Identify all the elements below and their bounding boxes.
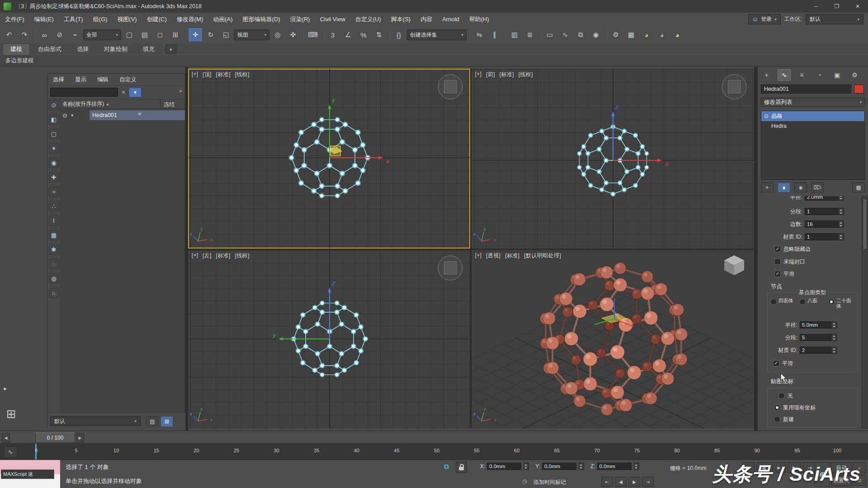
spinner-control[interactable] (831, 334, 837, 341)
viewport-menu-standard[interactable]: [标准] (505, 252, 519, 260)
visibility-eye-icon[interactable]: ⊙ (62, 112, 67, 119)
viewport-menu-standard[interactable]: [标准] (500, 71, 514, 79)
select-move-icon[interactable]: ✛ (188, 28, 203, 42)
axis-y-field[interactable]: 0.0mm (542, 463, 576, 470)
explorer-preset-dropdown[interactable]: 默认 ▾ (50, 416, 141, 426)
viewport-menu-standard[interactable]: [标准] (216, 71, 231, 79)
radius-field[interactable]: 2.0mm (805, 196, 838, 201)
viewport-menu-pov[interactable]: [顶] (203, 71, 211, 79)
filter-funnel-icon[interactable]: ▼ (129, 88, 142, 97)
reference-coordsys-dropdown[interactable]: 视图▾ (234, 29, 269, 40)
segments-field[interactable]: 1 (805, 208, 838, 215)
display-tab[interactable]: ▣ (830, 69, 844, 81)
make-unique-button[interactable]: ◈ (794, 183, 807, 192)
explorer-grid-view-button[interactable]: ⊞ (160, 416, 173, 427)
viewport-menu-pov[interactable]: [左] (203, 252, 211, 260)
explorer-object-list[interactable]: ⊙ ● Hedra001 ✳ (60, 109, 185, 413)
config-modifier-sets-button[interactable]: ▦ (852, 183, 865, 192)
key-back-button[interactable]: ◀ (615, 477, 627, 487)
ribbon-panel-label[interactable]: 多边形建模 (5, 57, 34, 65)
viewport-left-canvas[interactable]: zyxyz (188, 250, 470, 428)
ignore-hidden-edges-checkbox[interactable]: ✓ (774, 246, 781, 252)
modifier-list-dropdown[interactable]: 修改器列表 ▾ (761, 98, 865, 107)
curve-editor-icon[interactable]: ∿ (558, 28, 572, 42)
keyboard-override-icon[interactable]: ⌨ (306, 28, 320, 42)
redo-icon[interactable]: ↷ (17, 28, 32, 42)
explorer-search-input[interactable] (50, 88, 118, 97)
node-material-id-field[interactable]: 2 (800, 347, 831, 354)
viewport-menu-pov[interactable]: [前] (486, 71, 495, 79)
explorer-materials-filter-icon[interactable]: ◍ (49, 273, 59, 284)
menu-item-15[interactable]: 帮助(H) (464, 13, 494, 26)
viewport-front[interactable]: zxxyz [+] [前] [标准] [线框] (472, 69, 754, 249)
pivot-center-icon[interactable]: ◎ (270, 28, 285, 42)
material-id-field[interactable]: 1 (805, 233, 838, 240)
modify-tab[interactable]: ∿ (778, 69, 791, 81)
modifier-stack[interactable]: ⊙ 晶格 Hedra (761, 111, 865, 180)
viewport-menu-shading[interactable]: [线框] (235, 252, 250, 260)
menu-item-14[interactable]: Arnold (437, 13, 464, 26)
menu-item-5[interactable]: 创建(C) (142, 13, 172, 26)
viewport-left[interactable]: zyxyz [+] [左] [标准] [线框] (188, 250, 470, 428)
modifier-visibility-icon[interactable]: ⊙ (761, 113, 771, 119)
explorer-selection-sets-icon[interactable]: ⌂ (49, 288, 59, 298)
selection-filter-dropdown[interactable]: 全部▾ (83, 29, 121, 40)
modifier-hedra-row[interactable]: Hedra (761, 121, 864, 131)
snap-3d-icon[interactable]: 3 (326, 28, 340, 42)
rendered-frame-window-icon[interactable]: ▦ (624, 28, 638, 42)
spinner-control[interactable] (838, 221, 844, 228)
mini-curve-editor-button[interactable]: ∿ (4, 446, 17, 458)
explorer-menu-3[interactable]: 自定义 (114, 76, 142, 84)
menu-item-2[interactable]: 工具(T) (59, 13, 88, 26)
isolate-selection-icon[interactable]: ⧉ (444, 463, 449, 471)
named-sets-edit-icon[interactable]: {} (392, 28, 406, 42)
viewport-perspective-canvas[interactable]: xyz (472, 250, 754, 428)
align-icon[interactable]: ∥ (487, 28, 502, 42)
percent-snap-icon[interactable]: % (356, 28, 371, 42)
select-object-icon[interactable]: ▢ (122, 28, 137, 42)
select-by-name-icon[interactable]: ▤ (137, 28, 152, 42)
viewport-perspective[interactable]: xyz [+] [透视] [标准] [默认明暗处理] (472, 250, 754, 428)
explorer-cameras-filter-icon[interactable]: ◉ (49, 158, 59, 168)
spinner-control[interactable] (831, 321, 837, 328)
previous-key-button[interactable]: ⇤ (601, 477, 613, 487)
track-bar[interactable]: ∿ 05101520253035404550556065707580859095… (0, 443, 868, 460)
ribbon-tab-对象绘制[interactable]: 对象绘制 (97, 44, 135, 55)
menu-item-10[interactable]: Civil View (315, 13, 350, 26)
viewport-menu-shading[interactable]: [默认明暗处理] (524, 252, 561, 260)
smooth-struts-checkbox[interactable]: ✓ (774, 271, 781, 277)
explorer-lock-layout-button[interactable]: ▤ (146, 416, 159, 427)
frozen-column-header[interactable]: 冻结 (164, 101, 175, 108)
menu-item-1[interactable]: 编辑(E) (29, 13, 59, 26)
end-caps-checkbox[interactable] (774, 258, 781, 265)
base-type-octa-radio[interactable]: 八面 (799, 298, 826, 309)
mapping-new-radio[interactable] (774, 416, 780, 422)
axis-z-field[interactable]: 0.0mm (597, 463, 632, 470)
viewport-menu-pov[interactable]: [透视] (486, 252, 500, 260)
utilities-tab[interactable]: ⚙ (848, 69, 861, 81)
render-production-icon[interactable]: ◕ (639, 28, 654, 42)
sides-field[interactable]: 16 (805, 221, 838, 228)
ribbon-tab-填充[interactable]: 填充 (136, 44, 162, 55)
explorer-display-all-icon[interactable]: ⊙ (49, 100, 59, 110)
explorer-helpers-filter-icon[interactable]: ✚ (49, 172, 59, 183)
menu-item-4[interactable]: 视图(V) (112, 13, 142, 26)
select-rotate-icon[interactable]: ↻ (203, 28, 218, 42)
mapping-none-radio[interactable] (778, 393, 785, 399)
scene-explorer-toggle-icon[interactable]: ▥ (507, 28, 522, 42)
workspace-dropdown[interactable]: 默认 ▾ (806, 14, 863, 24)
explorer-spacewarps-filter-icon[interactable]: ≈ (49, 187, 59, 197)
spinner-control[interactable] (838, 196, 844, 201)
clear-search-icon[interactable]: ✕ (120, 89, 127, 96)
viewport-front-canvas[interactable]: zxxyz (472, 69, 754, 249)
node-radius-field[interactable]: 5.0mm (800, 321, 831, 328)
axis-x-field[interactable]: 0.0mm (487, 463, 521, 470)
angle-snap-icon[interactable]: ∠ (341, 28, 355, 42)
menu-item-11[interactable]: 自定义(U) (350, 13, 386, 26)
menu-item-3[interactable]: 组(G) (88, 13, 113, 26)
explorer-menu-0[interactable]: 选择 (47, 76, 70, 84)
close-button[interactable]: ✕ (847, 0, 868, 13)
minimize-button[interactable]: ─ (806, 0, 826, 13)
explorer-hidden-filter-icon[interactable]: ◌ (49, 259, 59, 269)
mirror-icon[interactable]: ⇋ (472, 28, 486, 42)
